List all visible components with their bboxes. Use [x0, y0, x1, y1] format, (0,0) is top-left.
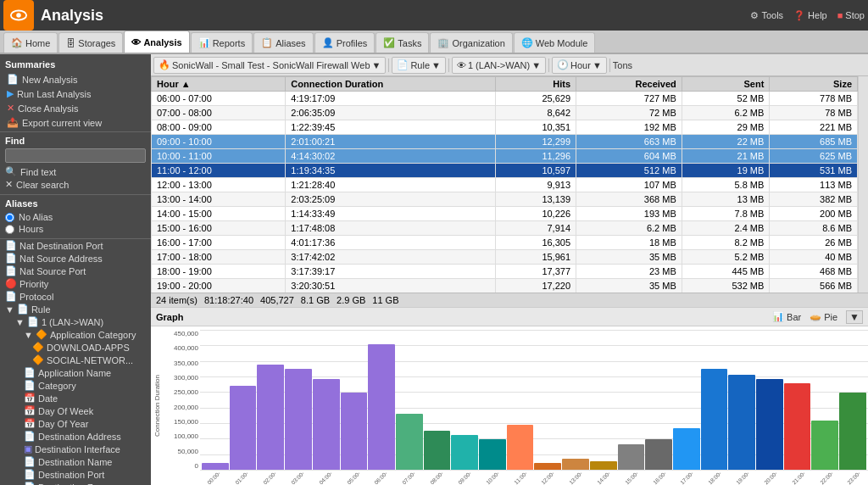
- chart-bar[interactable]: [396, 414, 423, 470]
- alias-hours[interactable]: Hours: [5, 223, 146, 235]
- chart-bar[interactable]: [673, 428, 700, 471]
- tree-item-nat-src-port[interactable]: 📄 Nat Source Port: [0, 265, 151, 277]
- chart-bar[interactable]: [285, 369, 312, 470]
- search-input[interactable]: [5, 148, 146, 163]
- tree-item-rule[interactable]: ▼ 📄 Rule: [0, 303, 151, 315]
- tree-item-dest-address[interactable]: 📄 Destination Address: [0, 430, 151, 443]
- col-received[interactable]: Received: [576, 77, 682, 92]
- tab-web-module[interactable]: 🌐 Web Module: [514, 32, 596, 53]
- tree-item-day-of-year[interactable]: 📅 Day Of Year: [0, 417, 151, 430]
- tree-item-dest-name[interactable]: 📄 Destination Name: [0, 455, 151, 468]
- tree-item-download-apps[interactable]: 🔶 DOWNLOAD-APPS: [0, 341, 151, 354]
- tab-home[interactable]: 🏠 Home: [3, 32, 58, 53]
- chart-bar[interactable]: [507, 425, 534, 470]
- col-sent[interactable]: Sent: [682, 77, 770, 92]
- stop-icon: ■: [837, 10, 843, 20]
- table-row[interactable]: 13:00 - 14:002:03:25:0913,139368 MB13 MB…: [152, 192, 858, 207]
- chart-bar[interactable]: [728, 375, 755, 470]
- col-hits[interactable]: Hits: [496, 77, 576, 92]
- table-scrollbar[interactable]: [858, 76, 868, 293]
- close-analysis-item[interactable]: ✕ Close Analysis: [5, 101, 146, 115]
- tab-profiles[interactable]: 👤 Profiles: [314, 32, 376, 53]
- chart-bar[interactable]: [839, 393, 866, 470]
- stop-button[interactable]: ■ Stop: [837, 10, 865, 20]
- chart-bar[interactable]: [451, 435, 478, 470]
- chart-bar[interactable]: [701, 369, 728, 470]
- help-button[interactable]: ❓ Help: [793, 10, 827, 21]
- tree-item-date[interactable]: 📅 Date: [0, 392, 151, 404]
- chart-bar[interactable]: [424, 431, 451, 470]
- table-row[interactable]: 17:00 - 18:003:17:42:0215,96135 MB5.2 MB…: [152, 250, 858, 265]
- table-row[interactable]: 08:00 - 09:001:22:39:4510,351192 MB29 MB…: [152, 120, 858, 135]
- table-row[interactable]: 06:00 - 07:004:19:17:0925,629727 MB52 MB…: [152, 92, 858, 106]
- tree-item-nat-dest-port[interactable]: 📄 Nat Destination Port: [0, 239, 151, 252]
- tree-item-app-name[interactable]: 📄 Application Name: [0, 366, 151, 379]
- table-row[interactable]: 07:00 - 08:002:06:35:098,64272 MB6.2 MB7…: [152, 106, 858, 120]
- tree-item-day-of-week[interactable]: 📅 Day Of Week: [0, 404, 151, 417]
- chart-bar[interactable]: [368, 344, 395, 471]
- tree-item-dest-zone[interactable]: 📄 Destination Zone: [0, 481, 151, 485]
- find-text-item[interactable]: 🔍 Find text: [5, 165, 146, 178]
- table-row[interactable]: 15:00 - 16:001:17:48:087,9146.2 MB2.4 MB…: [152, 221, 858, 236]
- tree-item-social-netw[interactable]: 🔶 SOCIAL-NETWOR...: [0, 354, 151, 366]
- chart-bar[interactable]: [202, 463, 229, 470]
- tab-organization[interactable]: 🏢 Organization: [430, 32, 512, 53]
- alias-no-alias[interactable]: No Alias: [5, 211, 146, 223]
- tab-reports[interactable]: 📊 Reports: [191, 32, 253, 53]
- table-row[interactable]: 09:00 - 10:002:01:00:2112,299663 MB22 MB…: [152, 135, 858, 149]
- sidebar: Summaries 📄 New Analysis ▶ Run Last Anal…: [0, 54, 151, 485]
- summary-row: 24 item(s) 81:18:27:40 405,727 8.1 GB 2.…: [151, 293, 868, 307]
- tab-aliases[interactable]: 📋 Aliases: [253, 32, 313, 53]
- table-row[interactable]: 18:00 - 19:003:17:39:1717,37723 MB445 MB…: [152, 265, 858, 279]
- tree-item-protocol[interactable]: 📄 Protocol: [0, 290, 151, 303]
- table-row[interactable]: 10:00 - 11:004:14:30:0211,296604 MB21 MB…: [152, 149, 858, 164]
- col-hour[interactable]: Hour ▲: [152, 77, 286, 92]
- tree-item-app-cat[interactable]: ▼ 🔶 Application Category: [0, 328, 151, 341]
- export-item[interactable]: 📤 Export current view: [5, 115, 146, 130]
- chart-bar[interactable]: [590, 461, 617, 470]
- chart-bar[interactable]: [811, 421, 838, 470]
- chart-bar[interactable]: [784, 383, 811, 470]
- bar-chart-button[interactable]: 📊 Bar: [772, 311, 801, 322]
- svg-point-1: [16, 13, 21, 18]
- new-analysis-item[interactable]: 📄 New Analysis: [5, 72, 146, 86]
- chart-bar[interactable]: [562, 459, 589, 470]
- organization-icon: 🏢: [437, 37, 449, 48]
- col-conn-dur[interactable]: Connection Duration: [286, 77, 496, 92]
- tab-analysis[interactable]: 👁 Analysis: [124, 31, 189, 53]
- table-row[interactable]: 12:00 - 13:001:21:28:409,913107 MB5.8 MB…: [152, 178, 858, 192]
- filter-button[interactable]: 👁 1 (LAN->WAN) ▼: [452, 57, 546, 74]
- chart-bar[interactable]: [230, 386, 257, 470]
- tree-item-dest-port[interactable]: 📄 Destination Port: [0, 468, 151, 481]
- tab-storages[interactable]: 🗄 Storages: [58, 32, 123, 53]
- chart-bar[interactable]: [479, 439, 506, 470]
- firewall-button[interactable]: 🔥 SonicWall - Small Test - SonicWall Fir…: [153, 57, 386, 74]
- chart-bar[interactable]: [618, 444, 645, 470]
- chart-bar[interactable]: [756, 379, 783, 470]
- chart-bar[interactable]: [341, 393, 368, 470]
- export-icon: 📤: [7, 117, 19, 128]
- table-row[interactable]: 11:00 - 12:001:19:34:3510,597512 MB19 MB…: [152, 164, 858, 178]
- chart-bar[interactable]: [257, 365, 284, 470]
- tree-item-category[interactable]: 📄 Category: [0, 379, 151, 392]
- tree-item-priority[interactable]: 🔴 Priority: [0, 277, 151, 290]
- group-button[interactable]: 🕐 Hour ▼: [552, 57, 607, 74]
- tree-item-dest-interface[interactable]: ▣ Destination Interface: [0, 443, 151, 455]
- table-row[interactable]: 14:00 - 15:001:14:33:4910,226193 MB7.8 M…: [152, 207, 858, 221]
- chart-bar[interactable]: [313, 379, 340, 470]
- pie-chart-button[interactable]: 🥧 Pie: [810, 311, 837, 322]
- tree-item-lan-wan[interactable]: ▼ 📄 1 (LAN->WAN): [0, 315, 151, 328]
- clear-search-item[interactable]: ✕ Clear search: [5, 178, 146, 191]
- run-last-analysis-item[interactable]: ▶ Run Last Analysis: [5, 86, 146, 101]
- col-size[interactable]: Size: [770, 77, 858, 92]
- table-row[interactable]: 19:00 - 20:003:20:30:5117,22035 MB532 MB…: [152, 279, 858, 293]
- graph-expand-button[interactable]: ▼: [846, 310, 863, 324]
- tools-button[interactable]: ⚙ Tools: [750, 10, 783, 21]
- rule-button[interactable]: 📄 Rule ▼: [392, 57, 446, 74]
- chart-bar[interactable]: [645, 439, 672, 470]
- tab-tasks[interactable]: ✅ Tasks: [376, 32, 429, 53]
- chart-x-labels: 00:00-01:00-02:00-03:00-04:00-05:00-06:0…: [200, 470, 868, 485]
- chart-bar[interactable]: [534, 463, 561, 470]
- table-row[interactable]: 16:00 - 17:004:01:17:3616,30518 MB8.2 MB…: [152, 236, 858, 250]
- tree-item-nat-src-addr[interactable]: 📄 Nat Source Address: [0, 252, 151, 265]
